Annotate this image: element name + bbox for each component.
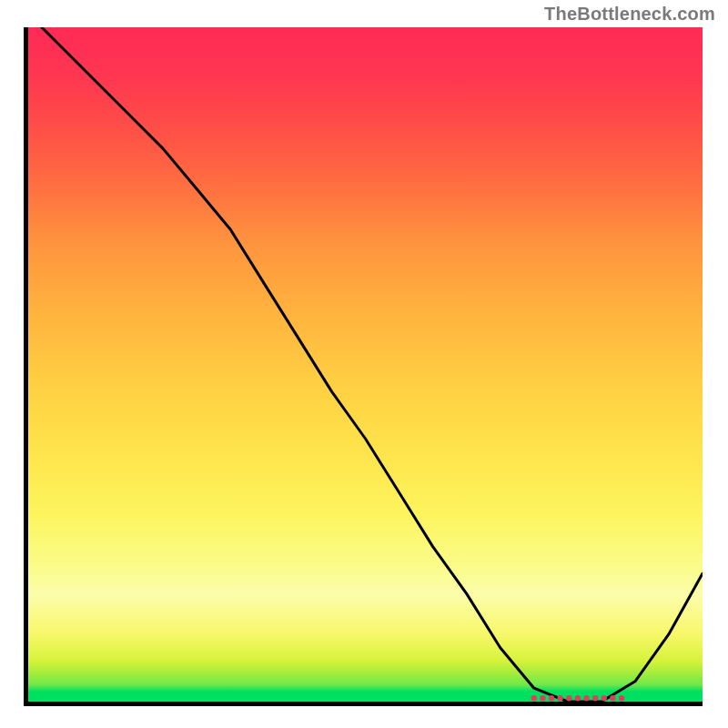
svg-point-7 [592, 695, 598, 701]
bottleneck-curve-line [28, 27, 703, 702]
watermark-text: TheBottleneck.com [544, 4, 715, 25]
svg-point-0 [531, 695, 537, 701]
svg-point-8 [602, 695, 607, 701]
svg-point-6 [583, 695, 589, 701]
svg-point-9 [610, 695, 615, 701]
chart-svg-overlay [28, 27, 703, 702]
svg-point-1 [540, 695, 545, 701]
svg-point-4 [566, 695, 571, 701]
svg-point-5 [575, 695, 581, 701]
svg-point-10 [619, 695, 624, 701]
svg-point-2 [549, 695, 554, 701]
svg-point-3 [557, 695, 562, 701]
bottleneck-chart [24, 27, 703, 706]
